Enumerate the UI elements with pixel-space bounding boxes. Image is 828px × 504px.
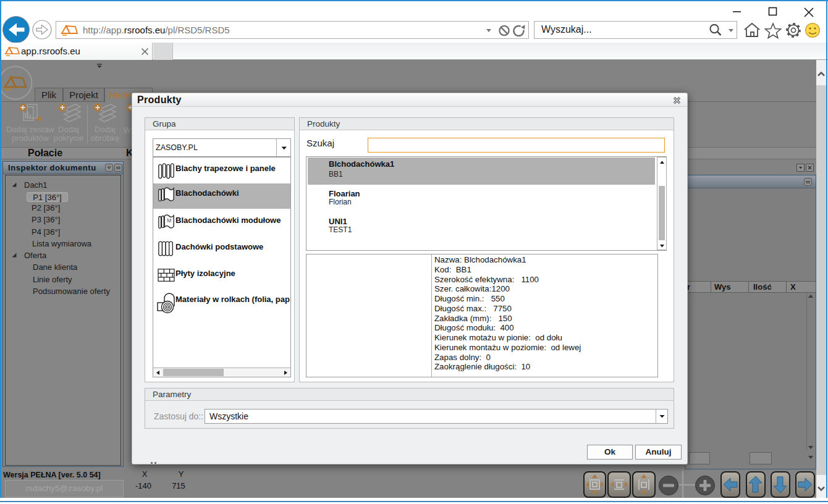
svg-text:M: M xyxy=(167,217,171,224)
